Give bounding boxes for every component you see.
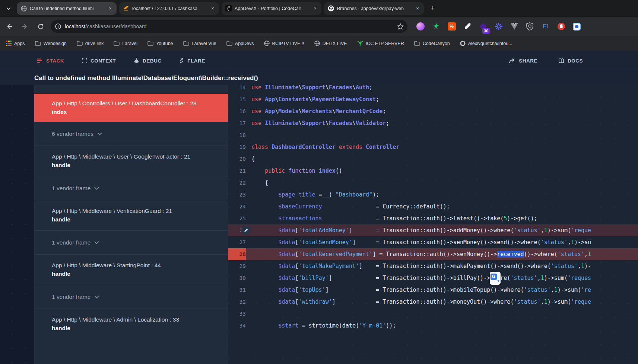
site-info-icon[interactable] <box>55 23 61 29</box>
address-bar[interactable]: localhost/cashkasa/user/dashboard <box>51 20 407 33</box>
tab-title: localhost / 127.0.0.1 / cashkasa <box>132 6 206 11</box>
folder-icon <box>147 41 153 46</box>
stack-frame[interactable]: App \ Http \ Middleware \ StartingPoint … <box>34 254 228 285</box>
folder-icon <box>114 41 120 46</box>
bookmark-star-icon[interactable] <box>397 23 404 30</box>
spinner-extension-icon[interactable] <box>494 22 503 31</box>
folder-icon <box>77 41 83 46</box>
fonts-extension-icon[interactable]: FI <box>541 22 550 31</box>
line-number: 17 <box>228 117 246 129</box>
green-mantis-extension-icon[interactable] <box>431 22 441 31</box>
bookmark-label: DFLIX LIVE <box>323 41 347 46</box>
forward-icon[interactable] <box>19 20 31 33</box>
bookmark-label: Youtube <box>156 41 173 46</box>
bookmark-item[interactable]: ICC FTP SERVER <box>357 41 404 46</box>
bookmark-item[interactable]: Youtube <box>147 41 173 46</box>
browser-toolbar: localhost/cashkasa/user/dashboard %30FI <box>0 17 638 36</box>
browser-tab[interactable]: localhost / 127.0.0.1 / cashkasa× <box>119 2 219 15</box>
code-text: $data['totalSendMoney'] = Transaction::a… <box>246 239 591 246</box>
browser-tab[interactable]: Branches · appdevsx/qrpay-web× <box>324 2 424 15</box>
stack-frame[interactable]: App \ Http \ Controllers \ User \ Dashbo… <box>34 94 228 122</box>
code-line: 23 $page_title =__( "Dashboard"); <box>228 189 638 201</box>
code-text: use App\Constants\PaymentGatewayConst; <box>246 96 379 103</box>
bookmark-label: Laravel <box>122 41 137 46</box>
line-number: 18 <box>228 129 246 141</box>
line-number: 23 <box>228 189 246 201</box>
tab-close-icon[interactable]: × <box>107 5 114 12</box>
stack-frame-method: handle <box>52 269 220 278</box>
bookmark-item[interactable]: drive link <box>77 41 104 46</box>
tab-close-icon[interactable]: × <box>312 5 318 12</box>
google-translate-icon[interactable]: G ▾ <box>490 272 501 285</box>
code-percent-extension-icon[interactable]: % <box>447 22 456 31</box>
eyedropper-extension-icon[interactable] <box>463 22 472 31</box>
tab-context[interactable]: CONTEXT <box>82 58 116 64</box>
code-text: { <box>246 156 255 162</box>
extension-badge: 30 <box>482 28 490 34</box>
code-text: $transactions = Transaction::auth()->lat… <box>246 215 537 222</box>
code-text: { <box>246 179 268 186</box>
docs-button[interactable]: DOCS <box>558 58 583 64</box>
bookmark-item[interactable]: Webdesign <box>35 41 67 46</box>
bookmark-label: CodeCanyon <box>423 41 450 46</box>
code-line: 20{ <box>228 153 638 165</box>
bookmark-item[interactable]: Laravel Vue <box>183 41 216 46</box>
share-button[interactable]: SHARE <box>509 58 537 64</box>
github-icon <box>460 41 466 46</box>
code-line: 19class DashboardController extends Cont… <box>228 141 638 153</box>
tab-close-icon[interactable]: × <box>414 5 421 12</box>
folder-icon <box>183 41 189 46</box>
tab-debug[interactable]: DEBUG <box>134 58 162 64</box>
bookmark-label: BCIPTV LIVE !! <box>272 41 304 46</box>
bookmark-item[interactable]: Apps <box>6 41 25 46</box>
vendor-frames-toggle[interactable]: 1 vendor frame <box>34 285 228 309</box>
vendor-frames-label: 1 vendor frame <box>52 238 91 247</box>
tab-flare[interactable]: FLARE <box>180 58 205 64</box>
bookmark-item[interactable]: AlexNguetcha/intou... <box>460 41 512 46</box>
red-trash-extension-icon[interactable] <box>556 22 566 31</box>
code-text: class DashboardController extends Contro… <box>246 144 399 150</box>
code-text: use Illuminate\Support\Facades\Validator… <box>246 120 389 127</box>
code-line-error: 28 $data['totalReceivedPayment'] = Trans… <box>228 248 638 260</box>
tab-close-icon[interactable]: × <box>209 5 216 12</box>
shield-extension-icon[interactable] <box>525 22 534 31</box>
bookmark-item[interactable]: Laravel <box>114 41 137 46</box>
vendor-frames-toggle[interactable]: 1 vendor frame <box>34 176 228 200</box>
globe-icon <box>314 41 320 46</box>
bookmark-item[interactable]: AppDevs <box>226 41 254 46</box>
reload-icon[interactable] <box>34 20 47 33</box>
tab-search-chevron-icon[interactable] <box>3 3 14 14</box>
media-extension-icon[interactable] <box>572 22 581 31</box>
stack-frame-method: handle <box>52 324 220 332</box>
line-number: 19 <box>228 141 246 153</box>
stack-frame[interactable]: App \ Http \ Middleware \ Admin \ Locali… <box>34 309 228 339</box>
code-text: $data['billPay'] = Transaction::auth()->… <box>246 275 591 281</box>
vendor-frames-label: 1 vendor frame <box>52 184 91 192</box>
edit-pencil-icon[interactable] <box>241 226 251 235</box>
browser-tab[interactable]: Call to undefined method Illumi× <box>17 2 117 15</box>
bookmark-item[interactable]: CodeCanyon <box>414 41 450 46</box>
code-line: 34 $start = strtotime(date('Y-m-01')); <box>228 320 638 332</box>
line-number: 14 <box>228 85 246 93</box>
bookmark-item[interactable]: DFLIX LIVE <box>314 41 347 46</box>
chevron-down-icon <box>94 296 99 298</box>
vendor-frames-toggle[interactable]: 1 vendor frame <box>34 230 228 254</box>
stack-frame[interactable]: App \ Http \ Middleware \ VerificationGu… <box>34 200 228 230</box>
share-icon <box>509 58 515 63</box>
purple-extension-icon[interactable] <box>416 22 425 31</box>
stack-frame-path: App \ Http \ Middleware \ VerificationGu… <box>52 207 220 215</box>
tab-stack[interactable]: STACK <box>37 58 64 64</box>
stack-frame[interactable]: App \ Http \ Middleware \ User \ GoogleT… <box>34 146 228 176</box>
globe-favicon <box>20 5 27 12</box>
bookmark-item[interactable]: BCIPTV LIVE !! <box>264 41 304 46</box>
vendor-frames-toggle[interactable]: 6 vendor frames <box>34 122 228 146</box>
vue-devtools-extension-icon[interactable] <box>510 22 519 31</box>
browser-tab[interactable]: AppDevsX - Portfolio | CodeCan× <box>222 2 321 15</box>
code-line: 27 $data['totalSendMoney'] = Transaction… <box>228 236 638 248</box>
new-tab-button[interactable]: + <box>428 3 438 14</box>
stack-frame-path: App \ Http \ Middleware \ Admin \ Locali… <box>52 316 220 324</box>
back-icon[interactable] <box>3 20 16 33</box>
purple-diamond-extension-icon[interactable]: 30 <box>478 22 488 31</box>
code-line: 14use Illuminate\Support\Facades\Auth; <box>228 85 638 93</box>
code-line: 30 $data['billPay'] = Transaction::auth(… <box>228 272 638 284</box>
